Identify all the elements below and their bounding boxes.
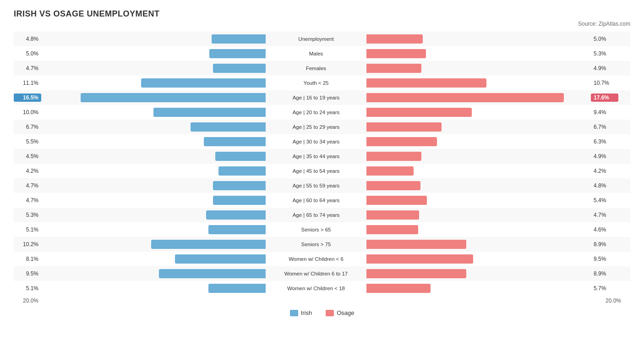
chart-row: 16.5%Age | 16 to 19 years17.6% — [14, 90, 630, 105]
right-bar — [366, 137, 437, 146]
legend-box-irish — [290, 310, 298, 316]
right-bar-container — [366, 78, 591, 88]
row-label: Age | 65 to 74 years — [266, 212, 366, 218]
right-bar — [366, 34, 423, 44]
left-bar-container — [41, 254, 266, 264]
left-bar-container — [41, 49, 266, 58]
right-value: 10.7% — [591, 80, 618, 86]
left-value: 4.8% — [14, 36, 41, 42]
right-bar-container — [366, 196, 591, 205]
right-bar — [366, 78, 486, 88]
row-label: Age | 25 to 29 years — [266, 124, 366, 130]
right-bar-container — [366, 181, 591, 190]
left-bar — [206, 210, 266, 220]
right-value: 8.9% — [591, 241, 618, 248]
right-value: 9.5% — [591, 256, 618, 262]
left-value: 4.7% — [14, 182, 41, 189]
left-bar — [209, 49, 266, 58]
left-value: 5.1% — [14, 285, 41, 292]
right-bar-container — [366, 210, 591, 220]
left-bar — [153, 108, 266, 117]
row-label: Age | 60 to 64 years — [266, 198, 366, 203]
right-bar-container — [366, 122, 591, 132]
left-bar-container — [41, 108, 266, 117]
chart-row: 5.1%Seniors > 654.6% — [14, 222, 630, 237]
right-bar-container — [366, 64, 591, 73]
right-bar-container — [366, 269, 591, 278]
left-bar — [81, 93, 266, 102]
chart-row: 4.2%Age | 45 to 54 years4.2% — [14, 164, 630, 178]
right-value: 5.3% — [591, 50, 618, 57]
legend-box-osage — [326, 310, 334, 316]
left-value: 5.5% — [14, 138, 41, 145]
row-label: Youth < 25 — [266, 80, 366, 86]
legend-label-irish: Irish — [301, 309, 312, 316]
right-bar — [366, 196, 427, 205]
chart-row: 4.7%Females4.9% — [14, 61, 630, 76]
left-bar — [175, 254, 266, 264]
chart-row: 4.7%Age | 55 to 59 years4.8% — [14, 178, 630, 193]
left-bar-container — [41, 137, 266, 146]
source-label: Source: ZipAtlas.com — [14, 21, 630, 27]
chart-row: 11.1%Youth < 2510.7% — [14, 76, 630, 90]
left-bar-container — [41, 64, 266, 73]
left-bar — [213, 64, 266, 73]
right-value: 4.6% — [591, 226, 618, 233]
left-value: 8.1% — [14, 256, 41, 262]
right-value: 17.6% — [591, 94, 618, 102]
left-bar-container — [41, 152, 266, 161]
left-bar-container — [41, 196, 266, 205]
chart-title: IRISH VS OSAGE UNEMPLOYMENT — [14, 9, 630, 19]
chart-row: 4.5%Age | 35 to 44 years4.9% — [14, 149, 630, 164]
right-value: 4.2% — [591, 168, 618, 174]
row-label: Seniors > 75 — [266, 242, 366, 247]
axis-right-label: 20.0% — [603, 297, 630, 304]
right-bar-container — [366, 93, 591, 102]
chart-row: 5.0%Males5.3% — [14, 46, 630, 61]
legend-item-irish: Irish — [290, 309, 312, 316]
row-label: Seniors > 65 — [266, 227, 366, 232]
left-value: 4.7% — [14, 197, 41, 204]
row-label: Age | 45 to 54 years — [266, 168, 366, 174]
left-value: 16.5% — [14, 94, 41, 102]
left-value: 10.0% — [14, 109, 41, 116]
chart-row: 6.7%Age | 25 to 29 years6.7% — [14, 120, 630, 134]
chart-row: 10.0%Age | 20 to 24 years9.4% — [14, 105, 630, 120]
right-bar — [366, 152, 421, 161]
right-value: 5.4% — [591, 197, 618, 204]
left-bar — [215, 152, 266, 161]
right-bar-container — [366, 137, 591, 146]
left-bar — [151, 240, 266, 249]
right-bar-container — [366, 225, 591, 234]
right-bar — [366, 225, 418, 234]
left-bar — [141, 78, 266, 88]
right-bar-container — [366, 240, 591, 249]
left-bar — [212, 34, 266, 44]
left-bar — [213, 196, 266, 205]
axis-row: 20.0%20.0% — [14, 296, 630, 306]
row-label: Women w/ Children < 6 — [266, 256, 366, 262]
right-bar — [366, 254, 473, 264]
chart-row: 5.1%Women w/ Children < 185.7% — [14, 281, 630, 296]
row-label: Females — [266, 66, 366, 71]
right-value: 4.7% — [591, 212, 618, 218]
row-label: Age | 55 to 59 years — [266, 183, 366, 188]
legend-item-osage: Osage — [326, 309, 354, 316]
left-bar-container — [41, 181, 266, 190]
right-value: 4.9% — [591, 65, 618, 72]
left-value: 6.7% — [14, 124, 41, 130]
axis-left-label: 20.0% — [14, 297, 41, 304]
left-bar — [213, 181, 266, 190]
right-value: 6.3% — [591, 138, 618, 145]
right-bar-container — [366, 152, 591, 161]
right-bar — [366, 93, 564, 102]
chart-container: 4.8%Unemployment5.0%5.0%Males5.3%4.7%Fem… — [14, 32, 630, 306]
left-bar-container — [41, 284, 266, 293]
left-bar — [204, 137, 266, 146]
left-value: 9.5% — [14, 270, 41, 277]
chart-row: 4.7%Age | 60 to 64 years5.4% — [14, 193, 630, 208]
right-value: 9.4% — [591, 109, 618, 116]
right-bar-container — [366, 108, 591, 117]
left-bar-container — [41, 210, 266, 220]
right-bar — [366, 210, 419, 220]
